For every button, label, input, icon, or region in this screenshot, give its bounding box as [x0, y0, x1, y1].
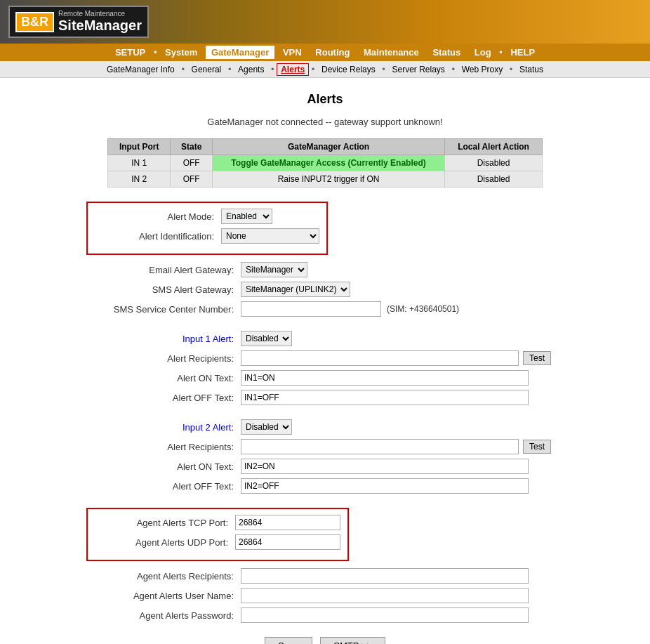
- input1-recipients-label: Alert Recipients:: [86, 353, 241, 364]
- alert-mode-control: Enabled Disabled: [221, 209, 319, 224]
- sms-gateway-label: SMS Alert Gateway:: [86, 284, 241, 295]
- brand-subtitle-small: Remote Maintenance: [58, 10, 142, 18]
- nav-system[interactable]: System: [159, 47, 203, 58]
- nav-log[interactable]: Log: [469, 47, 497, 58]
- agent-udp-input[interactable]: [235, 534, 340, 550]
- sms-center-row: SMS Service Center Number: (SIM: +436640…: [86, 301, 564, 317]
- action-in1: Toggle GateManager Access (Currently Ena…: [212, 155, 444, 171]
- nav-setup[interactable]: SETUP: [110, 47, 151, 58]
- email-gateway-control: SiteManager: [241, 262, 564, 277]
- nav-maintenance[interactable]: Maintenance: [358, 47, 425, 58]
- form-main: Email Alert Gateway: SiteManager SMS Ale…: [86, 262, 564, 508]
- input2-recipients-input[interactable]: [241, 439, 519, 454]
- input1-recipients-row: Alert Recipients: Test: [86, 350, 564, 366]
- header: B&R Remote Maintenance SiteManager: [0, 0, 650, 44]
- agent-username-input[interactable]: [241, 588, 529, 603]
- subnav-device-relays[interactable]: Device Relays: [317, 65, 380, 74]
- col-state: State: [171, 139, 213, 155]
- input1-alert-select[interactable]: Disabled: [241, 331, 292, 346]
- subnav-general[interactable]: General: [187, 65, 226, 74]
- brand-text: Remote Maintenance SiteManager: [58, 10, 142, 34]
- agent-tcp-label: Agent Alerts TCP Port:: [95, 518, 235, 528]
- email-gateway-label: Email Alert Gateway:: [86, 265, 241, 275]
- input2-test-button[interactable]: Test: [523, 440, 551, 454]
- agent-password-control: [241, 607, 564, 623]
- input2-off-input[interactable]: [241, 478, 529, 494]
- input1-on-input[interactable]: [241, 370, 529, 386]
- sms-gateway-control: SiteManager (UPLINK2): [241, 282, 564, 297]
- email-gateway-select[interactable]: SiteManager: [241, 262, 307, 277]
- logo-box: B&R Remote Maintenance SiteManager: [8, 6, 149, 38]
- input1-alert-row: Input 1 Alert: Disabled: [86, 331, 564, 346]
- dot: •: [382, 64, 387, 74]
- agent-recipients-row: Agent Alerts Recipients:: [86, 568, 564, 584]
- agent-password-row: Agent Alerts Password:: [86, 607, 564, 623]
- input1-on-label: Alert ON Text:: [86, 373, 241, 383]
- nav-help[interactable]: HELP: [505, 47, 540, 58]
- sms-center-input[interactable]: [241, 301, 381, 317]
- subnav-agents[interactable]: Agents: [234, 65, 268, 74]
- table-row: IN 1 OFF Toggle GateManager Access (Curr…: [108, 155, 543, 171]
- input2-recipients-row: Alert Recipients: Test: [86, 439, 564, 454]
- input2-alert-row: Input 2 Alert: Disabled: [86, 419, 564, 435]
- nav-gatemanager[interactable]: GateManager: [206, 46, 274, 59]
- input1-test-button[interactable]: Test: [523, 351, 551, 365]
- agent-tcp-control: [235, 515, 340, 530]
- sms-center-label: SMS Service Center Number:: [86, 304, 241, 315]
- input2-on-label: Alert ON Text:: [86, 461, 241, 472]
- alert-mode-section: Alert Mode: Enabled Disabled Alert Ident…: [86, 202, 564, 255]
- agent-username-row: Agent Alerts User Name:: [86, 588, 564, 603]
- sms-gateway-select[interactable]: SiteManager (UPLINK2): [241, 282, 350, 297]
- brand-subtitle-large: SiteManager: [58, 18, 142, 34]
- subnav-web-proxy[interactable]: Web Proxy: [458, 65, 507, 74]
- subnav-status[interactable]: Status: [515, 65, 548, 74]
- state-in1: OFF: [171, 155, 213, 171]
- input2-alert-control: Disabled: [241, 419, 564, 435]
- agent-udp-label: Agent Alerts UDP Port:: [95, 537, 235, 548]
- agent-recipients-input[interactable]: [241, 568, 529, 584]
- subnav-gatemanager-info[interactable]: GateManager Info: [102, 65, 179, 74]
- alert-identification-select[interactable]: None: [221, 228, 319, 244]
- input1-off-input[interactable]: [241, 390, 529, 405]
- alert-mode-label: Alert Mode:: [95, 211, 221, 222]
- local-in2: Disabled: [445, 171, 543, 188]
- dot: •: [154, 47, 159, 58]
- input2-off-control: [241, 478, 564, 494]
- smtp-button[interactable]: SMTP >>: [320, 637, 385, 644]
- input2-alert-select[interactable]: Disabled: [241, 419, 292, 435]
- subnav-server-relays[interactable]: Server Relays: [388, 65, 449, 74]
- red-border-top: Alert Mode: Enabled Disabled Alert Ident…: [86, 202, 328, 255]
- input2-off-label: Alert OFF Text:: [86, 481, 241, 492]
- dot: •: [452, 64, 458, 74]
- status-message: GateManager not connected -- gateway sup…: [21, 117, 629, 127]
- table-row: IN 2 OFF Raise INPUT2 trigger if ON Disa…: [108, 171, 543, 188]
- agent-password-input[interactable]: [241, 607, 529, 623]
- nav-routing[interactable]: Routing: [310, 47, 355, 58]
- alert-mode-row: Alert Mode: Enabled Disabled: [95, 209, 319, 224]
- alert-mode-select[interactable]: Enabled Disabled: [221, 209, 272, 224]
- input2-on-control: [241, 459, 564, 474]
- input2-alert-label: Input 2 Alert:: [86, 422, 241, 433]
- agent-recipients-control: [241, 568, 564, 584]
- input1-alert-label: Input 1 Alert:: [86, 334, 241, 344]
- agent-tcp-input[interactable]: [235, 515, 340, 530]
- input2-recipients-label: Alert Recipients:: [86, 442, 241, 452]
- dot: •: [510, 64, 515, 74]
- agent-ports-section: Agent Alerts TCP Port: Agent Alerts UDP …: [86, 508, 564, 561]
- nav-status[interactable]: Status: [427, 47, 466, 58]
- port-in1: IN 1: [108, 155, 171, 171]
- nav-vpn[interactable]: VPN: [277, 47, 307, 58]
- agent-alerts-section: Agent Alerts Recipients: Agent Alerts Us…: [86, 568, 564, 623]
- subnav-alerts[interactable]: Alerts: [277, 63, 309, 76]
- input1-recipients-control: Test: [241, 350, 564, 366]
- save-button[interactable]: Save: [265, 637, 312, 644]
- input1-recipients-input[interactable]: [241, 350, 519, 366]
- brand-logo: B&R: [15, 12, 54, 32]
- state-in2: OFF: [171, 171, 213, 188]
- input2-on-row: Alert ON Text:: [86, 459, 564, 474]
- sms-gateway-row: SMS Alert Gateway: SiteManager (UPLINK2): [86, 282, 564, 297]
- input1-off-row: Alert OFF Text:: [86, 390, 564, 405]
- page-title: Alerts: [21, 92, 629, 107]
- email-gateway-row: Email Alert Gateway: SiteManager: [86, 262, 564, 277]
- input2-on-input[interactable]: [241, 459, 529, 474]
